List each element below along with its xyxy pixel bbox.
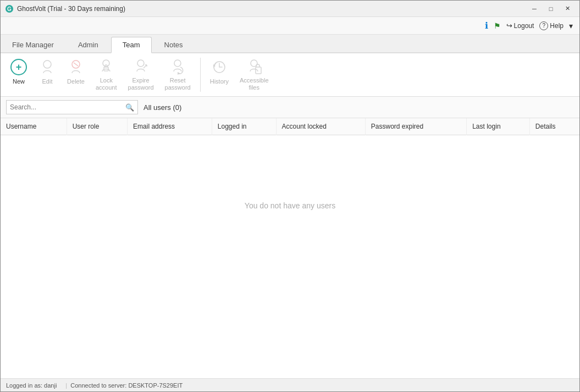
svg-text:G: G: [7, 6, 12, 12]
edit-icon: [38, 58, 56, 76]
delete-icon: [67, 58, 85, 76]
lock-icon: [97, 58, 115, 75]
col-username[interactable]: Username: [1, 118, 67, 135]
delete-button[interactable]: Delete: [62, 56, 90, 94]
svg-marker-12: [178, 72, 180, 75]
flag-icon: ⚑: [494, 21, 501, 30]
lock-account-button[interactable]: Lock account: [91, 56, 122, 94]
col-account-locked[interactable]: Account locked: [276, 118, 365, 135]
help-link[interactable]: ? Help: [539, 21, 564, 30]
close-button[interactable]: ✕: [560, 3, 575, 15]
search-input[interactable]: [10, 103, 125, 111]
reset-password-icon: [169, 58, 186, 75]
col-password-expired[interactable]: Password expired: [365, 118, 466, 135]
col-email[interactable]: Email address: [128, 118, 212, 135]
table-header-row: Username User role Email address Logged …: [1, 118, 579, 135]
ribbon-toolbar: + New Edit Delete: [1, 53, 579, 97]
dropdown-arrow-icon[interactable]: ▾: [569, 21, 573, 30]
tab-admin[interactable]: Admin: [67, 37, 110, 52]
expire-password-icon: [132, 58, 150, 75]
logged-in-status: Logged in as: danji: [6, 382, 62, 389]
search-bar: 🔍 All users (0): [1, 97, 579, 118]
minimize-button[interactable]: ─: [527, 3, 542, 15]
top-action-bar: ℹ ⚑ ↪ Logout ? Help ▾: [1, 17, 579, 35]
expire-password-button[interactable]: Expire password: [123, 56, 159, 94]
all-users-label: All users (0): [143, 103, 181, 112]
app-icon: G: [5, 4, 14, 13]
tab-team[interactable]: Team: [111, 37, 152, 53]
svg-line-8: [143, 65, 147, 68]
status-separator: |: [62, 382, 70, 389]
accessible-files-button[interactable]: Accessible files: [235, 56, 274, 94]
logout-icon: ↪: [506, 21, 512, 30]
help-icon: ?: [539, 21, 548, 30]
empty-message: You do not have any users: [1, 135, 579, 276]
window-controls: ─ □ ✕: [527, 3, 575, 15]
svg-point-5: [103, 60, 109, 67]
history-icon: [211, 58, 228, 76]
col-details[interactable]: Details: [529, 118, 579, 135]
tab-file-manager[interactable]: File Manager: [1, 37, 65, 52]
edit-button[interactable]: Edit: [34, 56, 61, 94]
col-user-role[interactable]: User role: [67, 118, 127, 135]
new-button[interactable]: + New: [5, 56, 32, 94]
col-logged-in[interactable]: Logged in: [212, 118, 276, 135]
maximize-button[interactable]: □: [543, 3, 559, 15]
accessible-files-icon: [245, 58, 263, 75]
table-container: Username User role Email address Logged …: [1, 118, 579, 378]
history-button[interactable]: History: [205, 56, 234, 94]
new-icon: +: [10, 58, 27, 76]
col-last-login[interactable]: Last login: [467, 118, 530, 135]
app-title: GhostVolt (Trial - 30 Days remaining): [17, 5, 125, 13]
connected-to-status: Connected to server: DESKTOP-7S29EIT: [70, 382, 188, 389]
svg-point-11: [174, 60, 181, 67]
tabs-bar: File Manager Admin Team Notes: [1, 35, 579, 53]
content-area: 🔍 All users (0) Username User role Email…: [1, 97, 579, 378]
tab-notes[interactable]: Notes: [153, 37, 195, 52]
status-bar: Logged in as: danji | Connected to serve…: [1, 378, 579, 391]
info-icon[interactable]: ℹ: [485, 20, 488, 31]
users-table: Username User role Email address Logged …: [1, 118, 579, 135]
svg-point-7: [137, 60, 144, 67]
search-icon[interactable]: 🔍: [125, 103, 134, 112]
title-bar: G GhostVolt (Trial - 30 Days remaining) …: [1, 1, 579, 17]
svg-point-2: [43, 60, 51, 68]
search-input-wrapper: 🔍: [6, 100, 138, 114]
svg-line-4: [74, 63, 78, 66]
ribbon-separator: [200, 58, 201, 92]
svg-rect-16: [256, 67, 261, 74]
reset-password-button[interactable]: Reset password: [160, 56, 196, 94]
logout-link[interactable]: ↪ Logout: [506, 21, 534, 30]
